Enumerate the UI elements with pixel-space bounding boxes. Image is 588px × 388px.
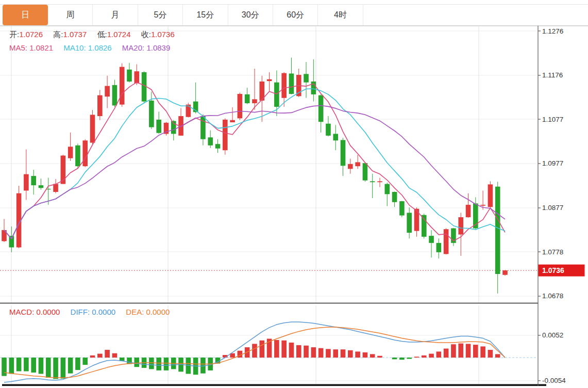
close-value: 1.0736 [151, 30, 175, 39]
ma5-label: MA5: [9, 43, 27, 52]
tab-15min[interactable]: 15分 [183, 5, 228, 25]
last-price-badge-label: 1.0736 [542, 266, 564, 274]
low-label: 低: [97, 30, 107, 39]
macd-value: 0.0000 [37, 308, 60, 316]
axis-tick-label: 1.0877 [542, 204, 563, 212]
axis-tick-label: 1.0778 [542, 248, 563, 256]
ma20-label: MA20: [122, 43, 144, 52]
kline-chart-widget: 日 周 月 5分 15分 30分 60分 4时 开:1.0726 高:1.073… [0, 0, 588, 388]
ma5-value: 1.0821 [29, 43, 53, 52]
ma10-label: MA10: [63, 43, 86, 52]
low-value: 1.0724 [107, 30, 131, 39]
high-value: 1.0737 [63, 30, 87, 39]
macd-readout: MACD: 0.0000 DIFF: 0.0000 DEA: 0.0000 [9, 308, 178, 316]
dea-value: 0.0000 [146, 308, 170, 316]
open-value: 1.0726 [19, 30, 43, 39]
interval-tab-bar: 日 周 月 5分 15分 30分 60分 4时 [0, 4, 588, 26]
tab-week[interactable]: 周 [48, 5, 93, 25]
ma-readout: MA5: 1.0821 MA10: 1.0826 MA20: 1.0839 [9, 43, 178, 52]
price-axis: 1.12761.11761.10771.09771.08771.07781.06… [538, 26, 566, 386]
high-label: 高: [53, 30, 63, 39]
tab-5min[interactable]: 5分 [138, 5, 183, 25]
price-chart-canvas[interactable]: 1.12761.11761.10771.09771.08771.07781.06… [0, 26, 588, 388]
axis-tick-label: -0.0054 [542, 377, 566, 384]
diff-value: 0.0000 [92, 308, 115, 316]
axis-tick-label: 1.1077 [542, 116, 563, 123]
tab-day[interactable]: 日 [3, 5, 48, 25]
axis-tick-label: 1.1176 [542, 71, 563, 79]
close-label: 收: [141, 30, 151, 39]
axis-tick-label: 1.1276 [542, 27, 563, 35]
tab-30min[interactable]: 30分 [228, 5, 273, 25]
main-chart-surface[interactable] [0, 26, 538, 303]
dea-label: DEA: [126, 308, 144, 316]
tab-60min[interactable]: 60分 [273, 5, 318, 25]
ohlc-readout: 开:1.0726 高:1.0737 低:1.0724 收:1.0736 [9, 30, 183, 40]
last-price-badge: 1.0736 [539, 265, 585, 277]
tab-month[interactable]: 月 [93, 5, 138, 25]
tab-4hour[interactable]: 4时 [318, 5, 363, 25]
diff-label: DIFF: [71, 308, 90, 316]
ma20-value: 1.0839 [146, 43, 170, 52]
macd-chart-surface[interactable] [0, 305, 538, 384]
axis-tick-label: 0.0052 [542, 331, 563, 339]
axis-tick-label: 1.0977 [542, 159, 563, 167]
open-label: 开: [9, 30, 19, 39]
ma10-value: 1.0826 [88, 43, 112, 52]
macd-label: MACD: [9, 308, 34, 316]
axis-tick-label: 1.0678 [542, 292, 563, 300]
